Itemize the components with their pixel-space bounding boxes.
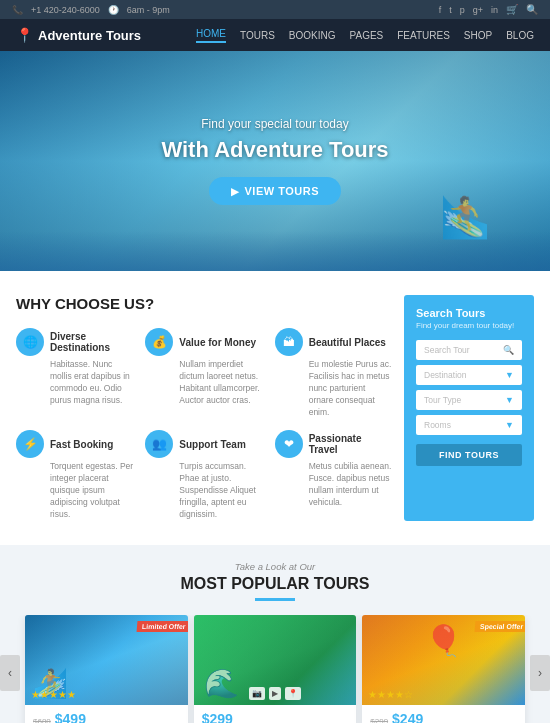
fast-booking-icon: ⚡	[16, 430, 44, 458]
tour-price-row-balloon: $299 $249	[370, 711, 517, 723]
carousel-next-button[interactable]: ›	[530, 655, 550, 691]
video-icon: ▶	[269, 687, 281, 700]
search-box-title: Search Tours	[416, 307, 522, 319]
hero-subtitle: Find your special tour today	[161, 117, 388, 131]
why-item-title-5: Passionate Travel	[309, 433, 392, 455]
why-item-text-5: Metus cubilia aenean. Fusce. dapibus net…	[275, 461, 392, 509]
tour-old-price-balloon: $299	[370, 717, 388, 723]
support-team-icon: 👥	[145, 430, 173, 458]
tour-card-niagara: 🌊 📷 ▶ 📍 $299 Niagara Falls NullAm. Facil…	[194, 615, 357, 723]
popular-section: Take a Look at Our MOST POPULAR TOURS ‹ …	[0, 545, 550, 723]
hours: 6am - 9pm	[127, 5, 170, 15]
main-nav: HOME TOURS BOOKING PAGES FEATURES SHOP B…	[196, 28, 534, 43]
cart-icon[interactable]: 🛒	[506, 4, 518, 15]
tour-img-niagara: 🌊 📷 ▶ 📍	[194, 615, 357, 705]
why-content: WHY CHOOSE US? 🌐 Diverse Destinations Ha…	[16, 295, 392, 521]
why-item-header-2: 🏔 Beautiful Places	[275, 328, 392, 356]
tour-badge-surfing: Limited Offer	[137, 621, 188, 632]
why-item-header-3: ⚡ Fast Booking	[16, 430, 133, 458]
map-icon: 📍	[285, 687, 301, 700]
top-bar-left: 📞 +1 420-240-6000 🕐 6am - 9pm	[12, 5, 170, 15]
tour-badge-balloon: Special Offer	[474, 621, 525, 632]
tour-icons-niagara: 📷 ▶ 📍	[249, 687, 301, 700]
why-item-title-2: Beautiful Places	[309, 337, 386, 348]
tour-type-field[interactable]: Tour Type ▼	[416, 390, 522, 410]
tour-body-niagara: $299 Niagara Falls NullAm. Facilis: temp…	[194, 705, 357, 723]
beautiful-places-icon: 🏔	[275, 328, 303, 356]
value-money-icon: 💰	[145, 328, 173, 356]
nav-blog[interactable]: BLOG	[506, 30, 534, 41]
rooms-field[interactable]: Rooms ▼	[416, 415, 522, 435]
why-item-3: ⚡ Fast Booking Torquent egestas. Per int…	[16, 430, 133, 520]
nav-shop[interactable]: SHOP	[464, 30, 492, 41]
destination-field[interactable]: Destination ▼	[416, 365, 522, 385]
social-gplus[interactable]: g+	[473, 5, 483, 15]
tour-type-placeholder: Tour Type	[424, 395, 461, 405]
social-linkedin[interactable]: in	[491, 5, 498, 15]
destination-placeholder: Destination	[424, 370, 467, 380]
rooms-placeholder: Rooms	[424, 420, 451, 430]
nav-booking[interactable]: BOOKING	[289, 30, 336, 41]
why-item-text-3: Torquent egestas. Per integer placerat q…	[16, 461, 133, 520]
why-item-header-5: ❤ Passionate Travel	[275, 430, 392, 458]
tour-price-row-niagara: $299	[202, 711, 349, 723]
destination-chevron-icon: ▼	[505, 370, 514, 380]
tour-img-balloon: 🎈 Special Offer ★★★★☆	[362, 615, 525, 705]
why-item-text-1: Nullam imperdiet dictum laoreet netus. H…	[145, 359, 262, 407]
tour-type-chevron-icon: ▼	[505, 395, 514, 405]
why-section: WHY CHOOSE US? 🌐 Diverse Destinations Ha…	[0, 271, 550, 545]
popular-header: Take a Look at Our MOST POPULAR TOURS	[0, 561, 550, 601]
tour-stars-surfing: ★★★★★	[31, 689, 76, 700]
diverse-destinations-icon: 🌐	[16, 328, 44, 356]
why-title: WHY CHOOSE US?	[16, 295, 392, 312]
search-icon[interactable]: 🔍	[526, 4, 538, 15]
popular-label: Take a Look at Our	[16, 561, 534, 572]
social-facebook[interactable]: f	[439, 5, 442, 15]
why-item-title-4: Support Team	[179, 439, 245, 450]
why-item-4: 👥 Support Team Turpis accumsan. Phae at …	[145, 430, 262, 520]
carousel-prev-button[interactable]: ‹	[0, 655, 20, 691]
why-item-text-2: Eu molestie Purus ac. Facilisis hac in m…	[275, 359, 392, 418]
social-twitter[interactable]: t	[449, 5, 452, 15]
search-box-subtitle: Find your dream tour today!	[416, 321, 522, 330]
nav-pages[interactable]: PAGES	[350, 30, 384, 41]
why-item-header-1: 💰 Value for Money	[145, 328, 262, 356]
phone-icon: 📞	[12, 5, 23, 15]
phone-number: +1 420-240-6000	[31, 5, 100, 15]
search-tour-placeholder: Search Tour	[424, 345, 470, 355]
tour-body-surfing: $680 $499 Surfing Divided. Fruit brought…	[25, 705, 188, 723]
why-item-2: 🏔 Beautiful Places Eu molestie Purus ac.…	[275, 328, 392, 418]
why-item-5: ❤ Passionate Travel Metus cubilia aenean…	[275, 430, 392, 520]
surfer-decoration: 🏄	[440, 194, 490, 241]
clock-icon: 🕐	[108, 5, 119, 15]
hero-btn-label: VIEW TOURS	[245, 185, 319, 197]
top-bar: 📞 +1 420-240-6000 🕐 6am - 9pm f t p g+ i…	[0, 0, 550, 19]
nav-home[interactable]: HOME	[196, 28, 226, 43]
find-tours-button[interactable]: FIND TOURS	[416, 444, 522, 466]
hero-section: 🏄 Find your special tour today With Adve…	[0, 51, 550, 271]
tour-old-price-surfing: $680	[33, 717, 51, 723]
search-tour-field[interactable]: Search Tour 🔍	[416, 340, 522, 360]
tour-card-surfing: 🏄 Limited Offer ★★★★★ $680 $499 Surfing …	[25, 615, 188, 723]
tours-carousel: ‹ 🏄 Limited Offer ★★★★★ $680 $499	[0, 615, 550, 723]
top-bar-right: f t p g+ in 🛒 🔍	[439, 4, 538, 15]
rooms-chevron-icon: ▼	[505, 420, 514, 430]
why-item-text-4: Turpis accumsan. Phae at justo. Suspendi…	[145, 461, 262, 520]
tours-row: 🏄 Limited Offer ★★★★★ $680 $499 Surfing …	[0, 615, 550, 723]
logo-icon: 📍	[16, 27, 33, 43]
nav-tours[interactable]: TOURS	[240, 30, 275, 41]
view-tours-button[interactable]: ▶ VIEW TOURS	[209, 177, 341, 205]
tour-stars-balloon: ★★★★☆	[368, 689, 413, 700]
logo-text: Adventure Tours	[38, 28, 141, 43]
why-item-header-0: 🌐 Diverse Destinations	[16, 328, 133, 356]
passionate-travel-icon: ❤	[275, 430, 303, 458]
hero-title: With Adventure Tours	[161, 137, 388, 163]
nav-features[interactable]: FEATURES	[397, 30, 450, 41]
social-pinterest[interactable]: p	[460, 5, 465, 15]
tour-price-row-surfing: $680 $499	[33, 711, 180, 723]
hero-content: Find your special tour today With Advent…	[161, 117, 388, 205]
logo[interactable]: 📍 Adventure Tours	[16, 27, 141, 43]
why-item-1: 💰 Value for Money Nullam imperdiet dictu…	[145, 328, 262, 418]
tour-body-balloon: $299 $249 Hot Air Ballooning Cras primis…	[362, 705, 525, 723]
search-tour-icon: 🔍	[503, 345, 514, 355]
